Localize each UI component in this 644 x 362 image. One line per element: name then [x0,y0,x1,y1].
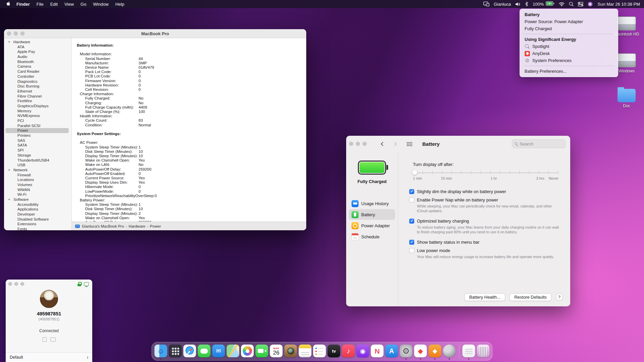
minimize-button[interactable] [14,282,18,286]
sidebar-item[interactable]: Camera [4,64,71,69]
zoom-button[interactable] [20,32,24,36]
spotlight-icon[interactable] [569,2,574,6]
sidebar-item-power-adapter[interactable]: Power Adapter [349,220,395,231]
help-button[interactable]: ? [556,294,563,301]
dock-photos[interactable] [241,345,254,357]
dock-news[interactable]: N [371,345,384,357]
sidebar-item[interactable]: Firewall [4,173,71,178]
window-titlebar[interactable]: Battery [346,136,570,152]
sidebar-item[interactable]: Hardware [4,40,71,45]
checkbox[interactable] [409,248,414,253]
sidebar-item[interactable]: ATA [4,45,71,50]
apple-menu[interactable] [5,0,13,8]
sidebar-item[interactable]: Wi-Fi [4,192,71,197]
sidebar-item[interactable]: Thunderbolt/USB4 [4,158,71,163]
dock-tv[interactable]: tv [328,345,340,357]
dock-divider[interactable] [458,345,461,357]
sidebar-item-schedule[interactable]: Schedule [349,231,395,242]
checkbox-power-nap[interactable]: Enable Power Nap while on battery power … [409,197,563,216]
screen-share-icon[interactable] [50,338,56,342]
sidebar-item[interactable]: WWAN [4,187,71,192]
dock-safari[interactable] [183,345,196,357]
checkbox[interactable] [409,189,414,194]
sidebar-item[interactable]: Printers [4,133,71,138]
minimize-button[interactable] [356,142,360,146]
back-button[interactable] [380,142,384,146]
control-center-icon[interactable] [578,2,583,6]
sidebar-item[interactable]: Developer [4,212,71,217]
sidebar-item[interactable]: Fibre Channel [4,94,71,99]
close-button[interactable] [7,32,11,36]
search-field[interactable] [512,139,566,148]
dock-podcasts[interactable]: ◉ [357,345,369,357]
fast-user-switching-label[interactable]: Gianluca [494,2,511,7]
volume-icon[interactable] [515,2,521,6]
checkbox-low-power-mode[interactable]: Low power mode Your Mac will reduce ener… [409,248,563,261]
battery-preferences-item[interactable]: Battery Preferences... [520,68,618,75]
menu-bar-clock[interactable]: Sun Mar 26 10:38 PM [597,2,640,7]
slider-thumb[interactable] [412,170,417,175]
remote-display-icon[interactable] [84,282,89,286]
dock-notes[interactable] [299,345,312,357]
dock-anydesk-alt[interactable]: ◆ [429,345,441,357]
zoom-button[interactable] [363,142,367,146]
window-titlebar[interactable] [6,280,92,288]
checkbox-battery-status-menu-bar[interactable]: Show battery status in menu bar [409,239,563,245]
sidebar-item[interactable]: Extensions [4,222,71,227]
dock-anydesk[interactable]: ◆ [414,345,427,357]
sidebar-item[interactable]: USB [4,163,71,168]
sidebar-item-battery[interactable]: Battery [349,209,395,220]
dock-calendar[interactable]: MAR 26 [270,345,283,357]
search-input[interactable] [520,141,563,146]
sidebar-item[interactable]: Controller [4,74,71,79]
sidebar-item[interactable]: SPI [4,148,71,153]
checkbox-dim-display[interactable]: Slightly dim the display while on batter… [409,189,563,194]
sidebar-item[interactable]: Memory [4,109,71,114]
desktop-icon-doc[interactable]: Doc [614,87,639,108]
battery-status-item[interactable]: 100% [533,1,554,7]
sidebar-item[interactable]: Power [5,128,69,133]
close-button[interactable] [349,142,353,146]
sidebar-item[interactable]: Ethernet [4,89,71,94]
sidebar-item[interactable]: NVMExpress [4,113,71,118]
checkbox-optimized-charging[interactable]: Optimized battery charging To reduce bat… [409,218,563,237]
show-all-grid-icon[interactable] [407,142,412,146]
sidebar-item[interactable]: FireWire [4,99,71,104]
screen-mirroring-icon[interactable] [483,2,489,6]
energy-app-anydesk[interactable]: AnyDesk [520,50,618,57]
battery-health-button[interactable]: Battery Health... [465,293,505,301]
sidebar-item[interactable]: Disabled Software [4,217,71,222]
dock-maps[interactable] [227,345,239,357]
wifi-icon[interactable] [559,2,565,6]
sidebar-item[interactable]: Applications [4,207,71,212]
checkbox[interactable] [409,240,414,245]
sidebar-item[interactable]: Volumes [4,182,71,187]
close-button[interactable] [8,282,12,286]
sidebar-item[interactable]: Disc Burning [4,84,71,89]
sidebar-item[interactable]: Software [4,197,71,202]
sidebar-item[interactable]: Fonts [4,227,71,230]
restore-defaults-button[interactable]: Restore Defaults [509,293,551,301]
sidebar-item[interactable]: Parallel SCSI [4,123,71,128]
stepper-icon[interactable] [87,356,88,359]
sidebar-item[interactable]: Bluetooth [4,59,71,64]
sidebar-item-usage-history[interactable]: Usage History [349,198,395,209]
anydesk-menu-icon[interactable] [588,2,593,7]
dock-trash[interactable] [477,345,490,357]
dock-music[interactable]: ♪ [342,345,355,357]
energy-app-system-preferences[interactable]: System Preferences [520,57,618,64]
energy-app-spotlight[interactable]: Spotlight [520,43,618,50]
menu-view[interactable]: View [61,0,77,8]
sidebar-item[interactable]: Storage [4,153,71,158]
forward-button[interactable] [393,142,397,146]
profile-selector[interactable]: Default [6,352,92,362]
sidebar-item[interactable]: Card Reader [4,69,71,74]
checkbox[interactable] [409,197,414,202]
sidebar-item[interactable]: SATA [4,143,71,148]
dock-facetime[interactable] [256,345,268,357]
sidebar-item[interactable]: Locations [4,177,71,182]
sidebar-item[interactable]: Diagnostics [4,79,71,84]
menu-file[interactable]: File [33,0,47,8]
sidebar-item[interactable]: Network [4,168,71,173]
menu-help[interactable]: Help [112,0,128,8]
